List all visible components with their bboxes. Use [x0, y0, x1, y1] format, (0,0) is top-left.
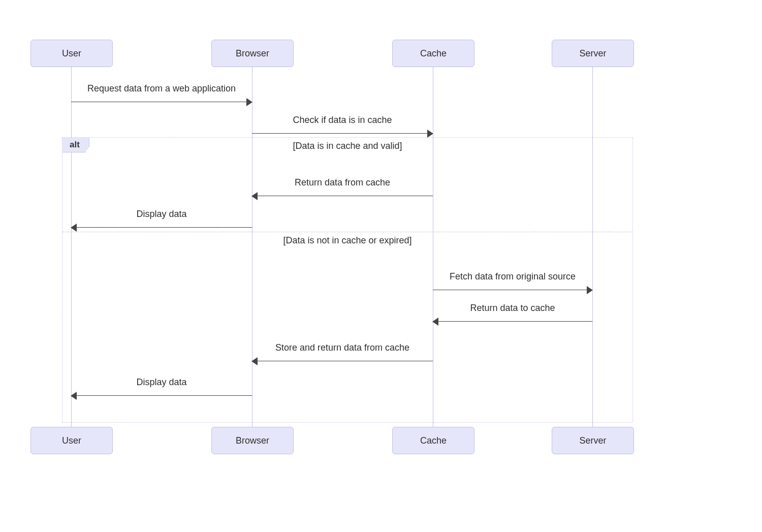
sequence-diagram: User Browser Cache Server alt [Data is i… [0, 0, 762, 532]
message-label: Fetch data from original source [433, 271, 592, 282]
actor-server-bottom: Server [552, 427, 634, 454]
message-request-data: Request data from a web application [71, 97, 252, 108]
actor-browser-top: Browser [211, 40, 294, 67]
actor-cache-top: Cache [392, 40, 474, 67]
actor-label: User [62, 435, 81, 446]
message-label: Check if data is in cache [252, 115, 433, 126]
message-check-cache: Check if data is in cache [252, 128, 433, 139]
message-label: Request data from a web application [71, 83, 252, 94]
arrow-line [252, 361, 433, 361]
message-display-data-1: Display data [71, 222, 252, 233]
message-label: Return data to cache [433, 303, 592, 314]
actor-label: Server [579, 48, 606, 59]
actor-label: Browser [236, 435, 269, 446]
alt-condition-1: [Data is in cache and valid] [62, 141, 632, 151]
arrow-line [71, 395, 252, 396]
message-label: Return data from cache [252, 177, 433, 188]
actor-label: User [62, 48, 81, 59]
message-display-data-2: Display data [71, 390, 252, 401]
arrow-line [433, 321, 592, 322]
actor-label: Server [579, 435, 606, 446]
arrow-line [252, 196, 433, 196]
arrow-line [433, 290, 592, 290]
arrow-line [71, 102, 252, 102]
message-return-from-cache: Return data from cache [252, 191, 433, 202]
message-label: Display data [71, 209, 252, 220]
actor-label: Cache [420, 48, 447, 59]
message-store-return: Store and return data from cache [252, 356, 433, 367]
alt-condition-2: [Data is not in cache or expired] [62, 235, 632, 246]
arrow-line [252, 133, 433, 134]
arrow-line [71, 227, 252, 228]
actor-label: Cache [420, 435, 447, 446]
actor-browser-bottom: Browser [211, 427, 294, 454]
message-label: Store and return data from cache [252, 342, 433, 353]
actor-cache-bottom: Cache [392, 427, 474, 454]
message-fetch-original: Fetch data from original source [433, 285, 592, 296]
actor-label: Browser [236, 48, 269, 59]
actor-user-top: User [30, 40, 113, 67]
message-label: Display data [71, 377, 252, 388]
message-return-to-cache: Return data to cache [433, 316, 592, 327]
actor-server-top: Server [552, 40, 634, 67]
actor-user-bottom: User [30, 427, 113, 454]
